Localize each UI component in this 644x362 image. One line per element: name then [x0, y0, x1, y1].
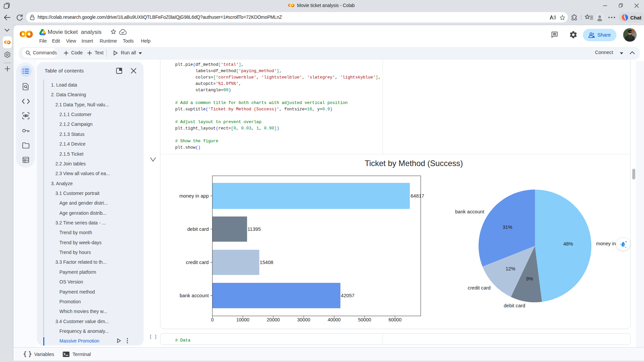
svg-text:Ticket by Method (Success): Ticket by Method (Success) [365, 159, 463, 168]
svg-text:12%: 12% [505, 266, 515, 271]
svg-text:9%: 9% [526, 276, 533, 281]
svg-text:48%: 48% [563, 241, 573, 247]
svg-text:50000: 50000 [358, 317, 371, 322]
svg-text:11395: 11395 [248, 226, 261, 232]
svg-text:debit card: debit card [504, 303, 525, 308]
svg-text:31%: 31% [502, 224, 512, 230]
svg-text:40000: 40000 [328, 317, 341, 322]
svg-text:debit card: debit card [187, 226, 209, 232]
svg-text:42057: 42057 [341, 293, 355, 298]
svg-text:15408: 15408 [260, 260, 274, 265]
svg-text:30000: 30000 [297, 317, 310, 322]
svg-text:0: 0 [211, 317, 214, 322]
svg-text:bank account: bank account [455, 209, 484, 214]
svg-text:money in app: money in app [179, 193, 209, 199]
svg-text:bank account: bank account [180, 293, 209, 298]
svg-text:64817: 64817 [411, 193, 425, 199]
svg-text:credit card: credit card [186, 260, 209, 265]
svg-text:60000: 60000 [389, 317, 402, 322]
svg-text:10000: 10000 [236, 317, 249, 322]
svg-text:20000: 20000 [267, 317, 280, 322]
svg-text:credit card: credit card [468, 285, 491, 291]
